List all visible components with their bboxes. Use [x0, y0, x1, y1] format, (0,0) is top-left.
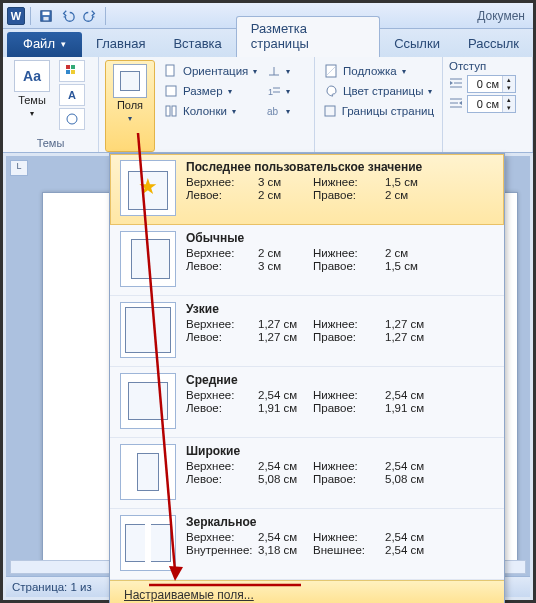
indent-left-icon [449, 77, 463, 91]
preset-value: Левое: [186, 331, 258, 343]
preset-value: Верхнее: [186, 389, 258, 401]
preset-value: Внутреннее: [186, 544, 258, 556]
preset-value: Верхнее: [186, 460, 258, 472]
preset-value: Нижнее: [313, 318, 385, 330]
orientation-button[interactable]: Ориентация▾ [161, 62, 259, 80]
margins-icon [113, 64, 147, 98]
spin-up-icon[interactable]: ▴ [503, 76, 515, 84]
indent-right[interactable]: 0 см▴▾ [449, 95, 526, 113]
preset-value: 1,27 см [385, 318, 440, 330]
breaks-button[interactable]: ▾ [265, 62, 283, 80]
preset-value: 2,54 см [385, 544, 440, 556]
svg-rect-9 [166, 65, 174, 76]
preset-value: Нижнее: [313, 176, 385, 188]
margin-preview-icon [120, 231, 176, 287]
svg-rect-7 [71, 70, 75, 74]
spin-down-icon[interactable]: ▾ [503, 84, 515, 92]
preset-title: Последнее пользовательское значение [186, 160, 494, 174]
hyphenation-button[interactable]: ab▾ [265, 102, 283, 120]
margin-preset-moderate[interactable]: СредниеВерхнее:2,54 смНижнее:2,54 смЛево… [110, 367, 504, 438]
preset-value: Верхнее: [186, 318, 258, 330]
page-borders-button[interactable]: Границы страниц [321, 102, 436, 120]
preset-value: 2,54 см [385, 389, 440, 401]
watermark-button[interactable]: Подложка▾ [321, 62, 436, 80]
preset-value: Левое: [186, 260, 258, 272]
theme-colors-icon[interactable] [59, 60, 85, 82]
indent-left[interactable]: 0 см▴▾ [449, 75, 526, 93]
preset-value: 1,5 см [385, 176, 440, 188]
svg-rect-12 [172, 106, 176, 116]
tab-file[interactable]: Файл▾ [7, 32, 82, 57]
preset-value: 1,91 см [258, 402, 313, 414]
preset-value: 1,5 см [385, 260, 440, 272]
line-numbers-button[interactable]: 1▾ [265, 82, 283, 100]
preset-value: 2,54 см [385, 460, 440, 472]
qat-save-icon[interactable] [36, 6, 56, 26]
preset-title: Средние [186, 373, 494, 387]
columns-button[interactable]: Колонки▾ [161, 102, 259, 120]
group-themes: Aa Темы▾ A Темы [3, 57, 99, 152]
margin-preset-mirror[interactable]: ЗеркальноеВерхнее:2,54 смНижнее:2,54 смВ… [110, 509, 504, 580]
preset-value: 5,08 см [258, 473, 313, 485]
margin-preset-narrow[interactable]: УзкиеВерхнее:1,27 смНижнее:1,27 смЛевое:… [110, 296, 504, 367]
margins-button[interactable]: Поля ▾ [105, 60, 155, 152]
margin-preset-wide[interactable]: ШирокиеВерхнее:2,54 смНижнее:2,54 смЛево… [110, 438, 504, 509]
page-color-icon [323, 83, 339, 99]
tab-mailings[interactable]: Рассылк [454, 32, 533, 57]
group-page-setup: Поля ▾ Ориентация▾ Размер▾ Колонки▾ ▾ 1▾… [99, 57, 315, 152]
ruler-corner: L [10, 160, 28, 176]
qat-redo-icon[interactable] [80, 6, 100, 26]
page-borders-icon [323, 103, 338, 119]
preset-value: Нижнее: [313, 531, 385, 543]
margin-preset-normal[interactable]: ОбычныеВерхнее:2 смНижнее:2 смЛевое:3 см… [110, 225, 504, 296]
preset-value: Верхнее: [186, 531, 258, 543]
preset-value: Нижнее: [313, 389, 385, 401]
star-icon: ★ [138, 174, 158, 200]
group-page-background: Подложка▾ Цвет страницы▾ Границы страниц [315, 57, 443, 152]
size-button[interactable]: Размер▾ [161, 82, 259, 100]
svg-rect-1 [43, 11, 50, 15]
margin-preview-icon [120, 373, 176, 429]
preset-value: 2 см [385, 189, 440, 201]
margin-preview-icon [120, 302, 176, 358]
svg-text:ab: ab [267, 106, 279, 117]
preset-value: Правое: [313, 331, 385, 343]
spin-up-icon[interactable]: ▴ [503, 96, 515, 104]
theme-effects-icon[interactable] [59, 108, 85, 130]
svg-rect-4 [66, 65, 70, 69]
svg-rect-6 [66, 70, 70, 74]
size-icon [163, 83, 179, 99]
qat-undo-icon[interactable] [58, 6, 78, 26]
themes-button[interactable]: Aa Темы▾ [9, 60, 55, 119]
tab-insert[interactable]: Вставка [159, 32, 235, 57]
svg-rect-2 [43, 16, 48, 20]
svg-point-8 [67, 114, 77, 124]
hyphenation-icon: ab [267, 103, 281, 119]
margin-preset-last[interactable]: ★Последнее пользовательское значениеВерх… [110, 154, 504, 225]
margin-preview-icon: ★ [120, 160, 176, 216]
svg-rect-5 [71, 65, 75, 69]
tab-home[interactable]: Главная [82, 32, 159, 57]
preset-value: Правое: [313, 473, 385, 485]
preset-value: Нижнее: [313, 247, 385, 259]
preset-value: 3 см [258, 176, 313, 188]
group-paragraph: Отступ 0 см▴▾ 0 см▴▾ [443, 57, 533, 152]
preset-value: Правое: [313, 402, 385, 414]
theme-fonts-icon[interactable]: A [59, 84, 85, 106]
preset-value: 2 см [258, 247, 313, 259]
svg-rect-19 [325, 106, 335, 116]
preset-value: 2,54 см [385, 531, 440, 543]
page-color-button[interactable]: Цвет страницы▾ [321, 82, 436, 100]
preset-value: 2,54 см [258, 531, 313, 543]
svg-rect-11 [166, 106, 170, 116]
preset-title: Обычные [186, 231, 494, 245]
watermark-icon [323, 63, 339, 79]
tab-page-layout[interactable]: Разметка страницы [236, 16, 380, 57]
tab-references[interactable]: Ссылки [380, 32, 454, 57]
preset-title: Узкие [186, 302, 494, 316]
status-page: Страница: 1 из [12, 581, 92, 593]
custom-margins-label: Настраиваемые поля... [124, 588, 254, 602]
preset-value: Правое: [313, 260, 385, 272]
spin-down-icon[interactable]: ▾ [503, 104, 515, 112]
custom-margins-item[interactable]: Настраиваемые поля... [110, 580, 504, 603]
